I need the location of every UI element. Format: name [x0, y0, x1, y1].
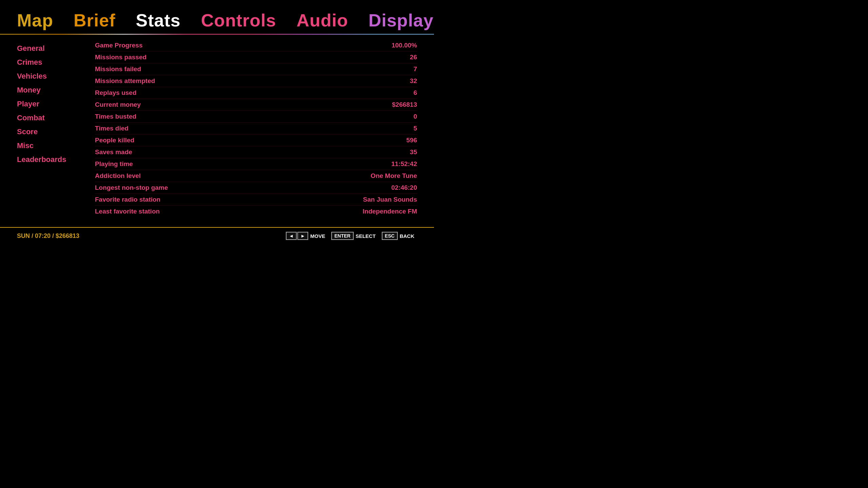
enter-key[interactable]: ENTER — [331, 232, 353, 240]
stat-row: Longest non-stop game02:46:20 — [95, 182, 417, 194]
stat-label: Least favorite station — [95, 208, 160, 215]
stat-label: Times busted — [95, 113, 136, 120]
stat-value: 32 — [410, 77, 417, 85]
arrow-keys: ◄ ► — [286, 232, 308, 240]
stat-label: Replays used — [95, 89, 137, 97]
sidebar-item-combat[interactable]: Combat — [17, 111, 85, 125]
select-label: SELECT — [356, 233, 376, 239]
stat-label: Favorite radio station — [95, 196, 160, 203]
left-arrow-key[interactable]: ◄ — [286, 232, 297, 240]
sidebar-item-misc[interactable]: Misc — [17, 139, 85, 152]
stat-row: Addiction levelOne More Tune — [95, 170, 417, 182]
stat-row: Missions failed7 — [95, 63, 417, 75]
back-control: ESC BACK — [382, 232, 417, 240]
stat-value: 11:52:42 — [391, 160, 417, 168]
right-arrow-key[interactable]: ► — [297, 232, 308, 240]
stat-label: Missions passed — [95, 54, 146, 61]
stat-value: 0 — [413, 113, 417, 120]
bottom-status: SUN / 07:20 / $266813 — [17, 232, 79, 240]
top-nav: MapBriefStatsControlsAudioDisplayGraphic… — [0, 0, 434, 30]
stat-row: Playing time11:52:42 — [95, 158, 417, 170]
stat-value: 02:46:20 — [391, 184, 417, 191]
stat-label: Missions attempted — [95, 77, 155, 85]
stat-row: Favorite radio stationSan Juan Sounds — [95, 194, 417, 206]
stat-label: Times died — [95, 125, 129, 132]
stat-row: People killed596 — [95, 135, 417, 146]
stat-label: Playing time — [95, 160, 133, 168]
sidebar-item-crimes[interactable]: Crimes — [17, 55, 85, 69]
stat-row: Saves made35 — [95, 146, 417, 158]
back-label: BACK — [400, 233, 414, 239]
stat-value: One More Tune — [371, 172, 417, 180]
stat-row: Missions passed26 — [95, 52, 417, 63]
sidebar-item-leaderboards[interactable]: Leaderboards — [17, 152, 85, 166]
stat-row: Times busted0 — [95, 111, 417, 123]
stat-label: Longest non-stop game — [95, 184, 168, 191]
bottom-bar: SUN / 07:20 / $266813 ◄ ► MOVE ENTER SEL… — [0, 227, 434, 244]
stat-value: $266813 — [392, 101, 417, 108]
stat-value: San Juan Sounds — [363, 196, 417, 203]
stat-value: 26 — [410, 54, 417, 61]
stat-row: Game Progress100.00% — [95, 40, 417, 52]
stat-label: Addiction level — [95, 172, 141, 180]
stat-label: Missions failed — [95, 65, 141, 73]
nav-item-audio[interactable]: Audio — [296, 10, 348, 30]
stat-label: Game Progress — [95, 42, 142, 49]
nav-item-brief[interactable]: Brief — [74, 10, 115, 30]
stat-value: 5 — [413, 125, 417, 132]
nav-item-display[interactable]: Display — [369, 10, 434, 30]
sidebar-item-general[interactable]: General — [17, 41, 85, 55]
move-label: MOVE — [310, 233, 325, 239]
nav-item-map[interactable]: Map — [17, 10, 53, 30]
stat-value: 7 — [413, 65, 417, 73]
nav-item-stats[interactable]: Stats — [136, 10, 180, 30]
sidebar-item-vehicles[interactable]: Vehicles — [17, 69, 85, 83]
select-control: ENTER SELECT — [331, 232, 378, 240]
sidebar: GeneralCrimesVehiclesMoneyPlayerCombatSc… — [17, 40, 85, 216]
esc-key[interactable]: ESC — [382, 232, 398, 240]
move-control: ◄ ► MOVE — [286, 232, 328, 240]
stat-row: Least favorite stationIndependence FM — [95, 206, 417, 216]
stat-value: 35 — [410, 148, 417, 156]
stats-list: Game Progress100.00%Missions passed26Mis… — [95, 40, 417, 216]
sidebar-item-player[interactable]: Player — [17, 97, 85, 111]
stat-value: 100.00% — [392, 42, 417, 49]
stat-label: People killed — [95, 137, 134, 144]
stat-value: 596 — [406, 137, 417, 144]
stat-row: Times died5 — [95, 123, 417, 135]
sidebar-item-money[interactable]: Money — [17, 83, 85, 97]
stat-label: Current money — [95, 101, 141, 108]
stat-row: Replays used6 — [95, 87, 417, 99]
stat-row: Missions attempted32 — [95, 75, 417, 87]
stat-value: 6 — [413, 89, 417, 97]
nav-item-controls[interactable]: Controls — [201, 10, 276, 30]
main-content: GeneralCrimesVehiclesMoneyPlayerCombatSc… — [0, 35, 434, 221]
stat-row: Current money$266813 — [95, 99, 417, 111]
bottom-controls: ◄ ► MOVE ENTER SELECT ESC BACK — [286, 232, 417, 240]
stat-label: Saves made — [95, 148, 132, 156]
stat-value: Independence FM — [363, 208, 417, 215]
sidebar-item-score[interactable]: Score — [17, 125, 85, 139]
